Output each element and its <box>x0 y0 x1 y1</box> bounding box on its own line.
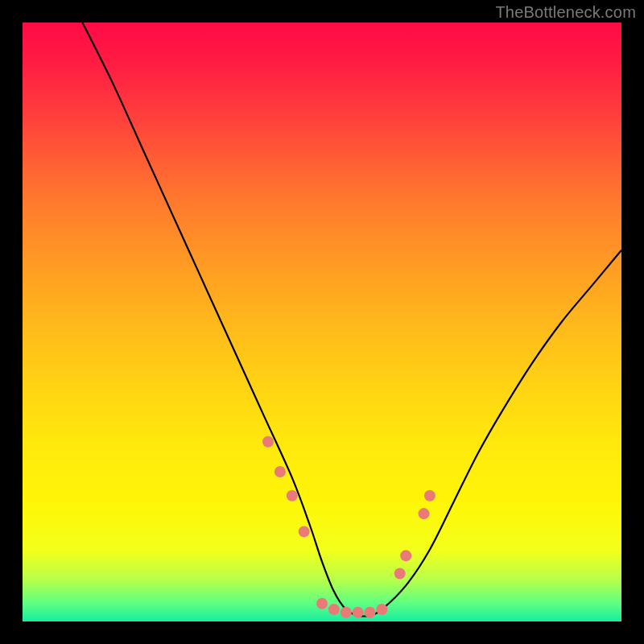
data-marker <box>365 607 376 618</box>
bottleneck-curve-line <box>82 23 621 617</box>
plot-area <box>23 23 621 621</box>
watermark-label: TheBottleneck.com <box>495 3 636 22</box>
chart-frame: TheBottleneck.com <box>0 0 644 644</box>
chart-svg <box>23 23 621 621</box>
data-marker <box>376 604 387 615</box>
curve-group <box>82 23 621 617</box>
data-marker <box>353 607 364 618</box>
data-marker <box>287 490 298 502</box>
marker-group <box>262 436 436 618</box>
data-marker <box>299 526 310 537</box>
data-marker <box>316 598 328 609</box>
data-marker <box>341 607 352 618</box>
data-marker <box>275 466 286 477</box>
data-marker <box>424 490 436 502</box>
data-marker <box>400 550 411 561</box>
data-marker <box>394 568 406 580</box>
data-marker <box>419 508 430 519</box>
data-marker <box>262 436 274 448</box>
data-marker <box>328 604 340 615</box>
